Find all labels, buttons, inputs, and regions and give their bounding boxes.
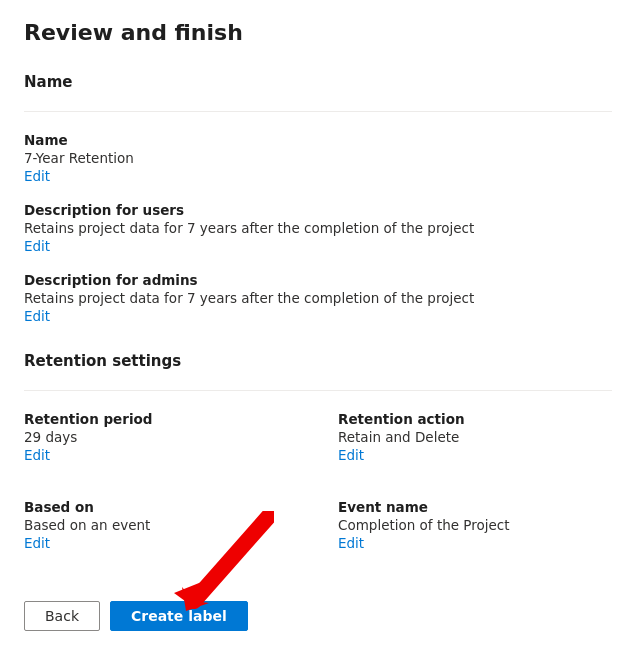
desc-users-edit-link[interactable]: Edit — [24, 238, 50, 254]
based-on-group: Based on Based on an event Edit — [24, 499, 298, 551]
name-section: Name Name 7-Year Retention Edit Descript… — [24, 73, 612, 324]
retention-section: Retention settings Retention period 29 d… — [24, 352, 612, 569]
retention-period-group: Retention period 29 days Edit — [24, 411, 298, 463]
desc-users-value: Retains project data for 7 years after t… — [24, 220, 612, 236]
event-name-group: Event name Completion of the Project Edi… — [338, 499, 612, 551]
desc-users-field-group: Description for users Retains project da… — [24, 202, 612, 254]
desc-admins-field-group: Description for admins Retains project d… — [24, 272, 612, 324]
event-name-edit-link[interactable]: Edit — [338, 535, 364, 551]
footer: Back Create label — [24, 601, 612, 631]
name-field-group: Name 7-Year Retention Edit — [24, 132, 612, 184]
retention-action-value: Retain and Delete — [338, 429, 612, 445]
desc-users-label: Description for users — [24, 202, 612, 218]
create-label-button[interactable]: Create label — [110, 601, 248, 631]
based-on-value: Based on an event — [24, 517, 298, 533]
retention-action-edit-link[interactable]: Edit — [338, 447, 364, 463]
retention-period-value: 29 days — [24, 429, 298, 445]
name-section-title: Name — [24, 73, 612, 95]
desc-admins-edit-link[interactable]: Edit — [24, 308, 50, 324]
retention-action-group: Retention action Retain and Delete Edit — [338, 411, 612, 463]
based-on-label: Based on — [24, 499, 298, 515]
retention-section-divider — [24, 390, 612, 391]
section-divider — [24, 111, 612, 112]
desc-admins-value: Retains project data for 7 years after t… — [24, 290, 612, 306]
retention-period-edit-link[interactable]: Edit — [24, 447, 50, 463]
page-title: Review and finish — [24, 20, 612, 45]
name-edit-link[interactable]: Edit — [24, 168, 50, 184]
name-value: 7-Year Retention — [24, 150, 612, 166]
based-on-edit-link[interactable]: Edit — [24, 535, 50, 551]
retention-grid: Retention period 29 days Edit Retention … — [24, 411, 612, 569]
retention-section-title: Retention settings — [24, 352, 612, 374]
retention-period-label: Retention period — [24, 411, 298, 427]
back-button[interactable]: Back — [24, 601, 100, 631]
name-label: Name — [24, 132, 612, 148]
retention-action-label: Retention action — [338, 411, 612, 427]
event-name-value: Completion of the Project — [338, 517, 612, 533]
desc-admins-label: Description for admins — [24, 272, 612, 288]
event-name-label: Event name — [338, 499, 612, 515]
